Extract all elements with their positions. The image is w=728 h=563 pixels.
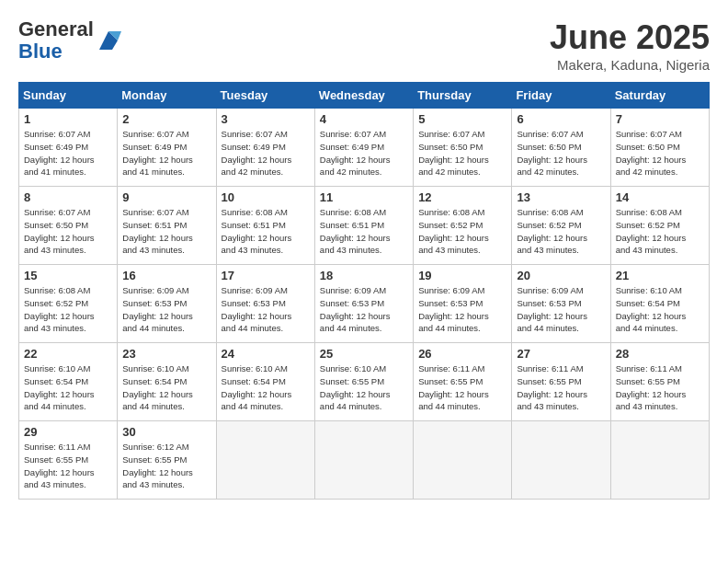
calendar-week-row: 29Sunrise: 6:11 AMSunset: 6:55 PMDayligh… <box>19 421 710 500</box>
calendar-day-cell: 18Sunrise: 6:09 AMSunset: 6:53 PMDayligh… <box>314 265 413 343</box>
day-number: 5 <box>418 112 506 126</box>
calendar-day-header: Thursday <box>414 83 512 109</box>
day-number: 1 <box>24 112 112 126</box>
calendar-header-row: SundayMondayTuesdayWednesdayThursdayFrid… <box>19 83 710 109</box>
day-number: 20 <box>517 269 605 282</box>
day-info: Sunrise: 6:07 AMSunset: 6:49 PMDaylight:… <box>222 128 310 178</box>
logo: General Blue <box>18 18 121 63</box>
day-info: Sunrise: 6:08 AMSunset: 6:52 PMDaylight:… <box>24 284 112 335</box>
calendar-day-cell: 7Sunrise: 6:07 AMSunset: 6:50 PMDaylight… <box>610 109 709 187</box>
day-number: 15 <box>24 269 112 282</box>
logo-icon <box>96 28 121 53</box>
month-title: June 2025 <box>550 18 710 57</box>
day-info: Sunrise: 6:07 AMSunset: 6:49 PMDaylight:… <box>320 128 408 178</box>
day-info: Sunrise: 6:09 AMSunset: 6:53 PMDaylight:… <box>222 284 310 335</box>
calendar-day-cell: 10Sunrise: 6:08 AMSunset: 6:51 PMDayligh… <box>216 187 314 265</box>
calendar-day-cell: 5Sunrise: 6:07 AMSunset: 6:50 PMDaylight… <box>414 109 512 187</box>
calendar-week-row: 1Sunrise: 6:07 AMSunset: 6:49 PMDaylight… <box>19 109 710 187</box>
calendar-day-cell: 11Sunrise: 6:08 AMSunset: 6:51 PMDayligh… <box>314 187 413 265</box>
calendar-day-cell: 26Sunrise: 6:11 AMSunset: 6:55 PMDayligh… <box>414 343 512 421</box>
day-info: Sunrise: 6:11 AMSunset: 6:55 PMDaylight:… <box>616 362 704 413</box>
logo-general-text: General <box>18 17 94 40</box>
day-info: Sunrise: 6:11 AMSunset: 6:55 PMDaylight:… <box>418 362 506 413</box>
day-info: Sunrise: 6:08 AMSunset: 6:52 PMDaylight:… <box>616 206 704 257</box>
day-info: Sunrise: 6:10 AMSunset: 6:55 PMDaylight:… <box>320 362 408 413</box>
calendar-day-cell <box>512 421 610 500</box>
day-number: 3 <box>222 112 310 126</box>
day-info: Sunrise: 6:07 AMSunset: 6:50 PMDaylight:… <box>24 206 112 257</box>
day-info: Sunrise: 6:12 AMSunset: 6:55 PMDaylight:… <box>122 441 210 491</box>
calendar-day-cell: 27Sunrise: 6:11 AMSunset: 6:55 PMDayligh… <box>512 343 610 421</box>
logo-blue-text: Blue <box>18 40 63 63</box>
day-info: Sunrise: 6:08 AMSunset: 6:51 PMDaylight:… <box>320 206 408 257</box>
calendar-day-cell: 6Sunrise: 6:07 AMSunset: 6:50 PMDaylight… <box>512 109 610 187</box>
calendar-day-cell: 17Sunrise: 6:09 AMSunset: 6:53 PMDayligh… <box>216 265 314 343</box>
calendar-day-cell: 9Sunrise: 6:07 AMSunset: 6:51 PMDaylight… <box>118 187 216 265</box>
calendar-day-cell: 22Sunrise: 6:10 AMSunset: 6:54 PMDayligh… <box>19 343 118 421</box>
day-number: 14 <box>616 190 704 204</box>
day-info: Sunrise: 6:08 AMSunset: 6:51 PMDaylight:… <box>222 206 310 257</box>
calendar-day-cell: 15Sunrise: 6:08 AMSunset: 6:52 PMDayligh… <box>19 265 118 343</box>
location: Makera, Kaduna, Nigeria <box>550 57 710 73</box>
day-number: 22 <box>24 347 112 361</box>
day-number: 10 <box>222 190 310 204</box>
day-info: Sunrise: 6:07 AMSunset: 6:50 PMDaylight:… <box>517 128 605 178</box>
calendar-day-cell: 25Sunrise: 6:10 AMSunset: 6:55 PMDayligh… <box>314 343 413 421</box>
day-number: 4 <box>320 112 408 126</box>
day-number: 29 <box>24 425 112 439</box>
calendar-day-cell: 30Sunrise: 6:12 AMSunset: 6:55 PMDayligh… <box>118 421 216 500</box>
day-number: 23 <box>122 347 210 361</box>
calendar-day-cell: 4Sunrise: 6:07 AMSunset: 6:49 PMDaylight… <box>314 109 413 187</box>
calendar-day-cell: 29Sunrise: 6:11 AMSunset: 6:55 PMDayligh… <box>19 421 118 500</box>
day-info: Sunrise: 6:10 AMSunset: 6:54 PMDaylight:… <box>122 362 210 413</box>
calendar-table: SundayMondayTuesdayWednesdayThursdayFrid… <box>18 82 710 500</box>
title-area: June 2025 Makera, Kaduna, Nigeria <box>550 18 710 73</box>
day-info: Sunrise: 6:08 AMSunset: 6:52 PMDaylight:… <box>418 206 506 257</box>
calendar-day-cell: 20Sunrise: 6:09 AMSunset: 6:53 PMDayligh… <box>512 265 610 343</box>
day-number: 8 <box>24 190 112 204</box>
day-number: 30 <box>122 425 210 439</box>
calendar-day-cell <box>610 421 709 500</box>
calendar-week-row: 22Sunrise: 6:10 AMSunset: 6:54 PMDayligh… <box>19 343 710 421</box>
day-info: Sunrise: 6:07 AMSunset: 6:49 PMDaylight:… <box>24 128 112 178</box>
calendar-day-cell: 24Sunrise: 6:10 AMSunset: 6:54 PMDayligh… <box>216 343 314 421</box>
calendar-day-cell: 23Sunrise: 6:10 AMSunset: 6:54 PMDayligh… <box>118 343 216 421</box>
day-info: Sunrise: 6:09 AMSunset: 6:53 PMDaylight:… <box>517 284 605 335</box>
day-number: 6 <box>517 112 605 126</box>
day-info: Sunrise: 6:07 AMSunset: 6:51 PMDaylight:… <box>122 206 210 257</box>
day-info: Sunrise: 6:10 AMSunset: 6:54 PMDaylight:… <box>616 284 704 335</box>
day-number: 28 <box>616 347 704 361</box>
calendar-day-cell: 21Sunrise: 6:10 AMSunset: 6:54 PMDayligh… <box>610 265 709 343</box>
day-number: 2 <box>122 112 210 126</box>
calendar-week-row: 8Sunrise: 6:07 AMSunset: 6:50 PMDaylight… <box>19 187 710 265</box>
day-info: Sunrise: 6:07 AMSunset: 6:50 PMDaylight:… <box>418 128 506 178</box>
day-number: 17 <box>222 269 310 282</box>
day-info: Sunrise: 6:07 AMSunset: 6:49 PMDaylight:… <box>122 128 210 178</box>
day-info: Sunrise: 6:11 AMSunset: 6:55 PMDaylight:… <box>517 362 605 413</box>
day-number: 19 <box>418 269 506 282</box>
day-info: Sunrise: 6:09 AMSunset: 6:53 PMDaylight:… <box>418 284 506 335</box>
day-number: 24 <box>222 347 310 361</box>
day-number: 26 <box>418 347 506 361</box>
day-number: 11 <box>320 190 408 204</box>
calendar-day-cell: 2Sunrise: 6:07 AMSunset: 6:49 PMDaylight… <box>118 109 216 187</box>
day-info: Sunrise: 6:10 AMSunset: 6:54 PMDaylight:… <box>24 362 112 413</box>
day-number: 27 <box>517 347 605 361</box>
calendar-day-header: Friday <box>512 83 610 109</box>
day-info: Sunrise: 6:08 AMSunset: 6:52 PMDaylight:… <box>517 206 605 257</box>
day-number: 18 <box>320 269 408 282</box>
day-number: 25 <box>320 347 408 361</box>
calendar-day-cell <box>414 421 512 500</box>
calendar-day-cell <box>314 421 413 500</box>
calendar-day-header: Wednesday <box>314 83 413 109</box>
calendar-day-cell: 13Sunrise: 6:08 AMSunset: 6:52 PMDayligh… <box>512 187 610 265</box>
calendar-day-cell: 8Sunrise: 6:07 AMSunset: 6:50 PMDaylight… <box>19 187 118 265</box>
calendar-day-cell: 16Sunrise: 6:09 AMSunset: 6:53 PMDayligh… <box>118 265 216 343</box>
page-header: General Blue June 2025 Makera, Kaduna, N… <box>18 18 710 73</box>
calendar-day-cell: 14Sunrise: 6:08 AMSunset: 6:52 PMDayligh… <box>610 187 709 265</box>
calendar-day-cell: 28Sunrise: 6:11 AMSunset: 6:55 PMDayligh… <box>610 343 709 421</box>
day-number: 9 <box>122 190 210 204</box>
calendar-day-cell <box>216 421 314 500</box>
day-number: 21 <box>616 269 704 282</box>
calendar-day-cell: 12Sunrise: 6:08 AMSunset: 6:52 PMDayligh… <box>414 187 512 265</box>
